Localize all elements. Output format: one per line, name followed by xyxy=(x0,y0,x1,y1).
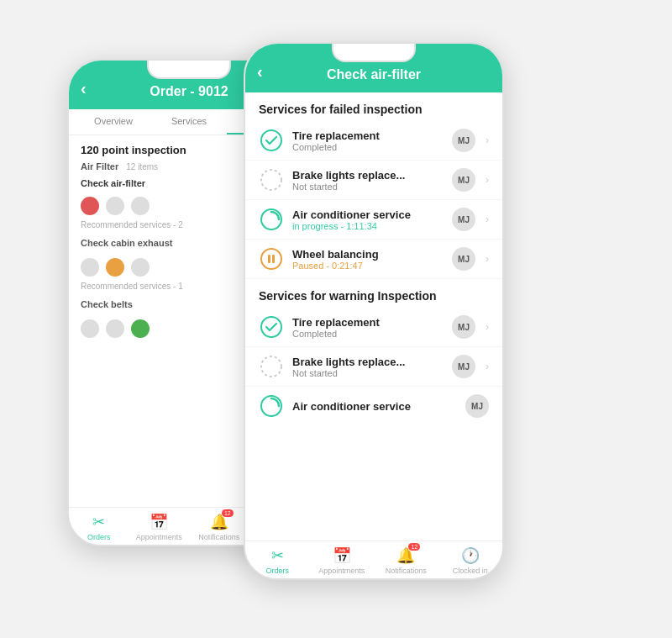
service-info-6: Brake lights replace... Not started xyxy=(292,356,444,378)
service-name-2: Brake lights replace... xyxy=(292,169,444,182)
dot-gray-2 xyxy=(131,197,150,215)
service-ac-failed[interactable]: Air conditioner service in progress - 1:… xyxy=(245,200,502,240)
notification-badge-front: 12 xyxy=(408,543,420,551)
tab-orders-label-front: Orders xyxy=(265,567,289,575)
dot-gray-4 xyxy=(131,258,150,277)
service-info-4: Wheel balancing Paused - 0:21:47 xyxy=(292,248,444,271)
service-wheel-failed[interactable]: Wheel balancing Paused - 0:21:47 MJ › xyxy=(245,240,502,279)
tab-appointments-front[interactable]: 📅 Appointments xyxy=(310,546,375,575)
service-tire-warning[interactable]: Tire replacement Completed MJ › xyxy=(245,308,502,347)
service-info-7: Air conditioner service xyxy=(292,400,457,413)
tab-orders-front[interactable]: ✂ Orders xyxy=(245,546,310,575)
tab-overview[interactable]: Overview xyxy=(76,109,151,134)
avatar-2: MJ xyxy=(452,168,475,192)
tab-clockedin-label-front: Clocked in xyxy=(453,567,488,575)
front-phone-tab-bar: ✂ Orders 📅 Appointments 🔔 12 Notificatio… xyxy=(245,540,502,578)
not-started-icon-1 xyxy=(259,167,284,192)
warning-section-title: Services for warning Inspection xyxy=(245,279,502,308)
avatar-7: MJ xyxy=(465,394,489,418)
dot-gray-5 xyxy=(81,319,99,338)
tab-notifications-back[interactable]: 🔔 12 Notifications xyxy=(189,513,249,541)
svg-point-7 xyxy=(261,356,281,377)
chevron-6: › xyxy=(486,361,489,372)
completed-icon-2 xyxy=(259,314,284,340)
service-info-2: Brake lights replace... Not started xyxy=(292,169,444,192)
in-progress-icon-1 xyxy=(259,207,284,232)
not-started-icon-2 xyxy=(259,354,284,379)
appointments-icon: 📅 xyxy=(150,513,168,531)
paused-icon-1 xyxy=(259,246,284,272)
orders-icon: ✂ xyxy=(92,513,105,531)
avatar-6: MJ xyxy=(452,355,475,378)
service-tire-failed[interactable]: Tire replacement Completed MJ › xyxy=(245,121,502,161)
svg-point-6 xyxy=(261,317,281,337)
chevron-4: › xyxy=(486,253,489,265)
front-phone-title: Check air-filter xyxy=(327,67,421,82)
svg-rect-5 xyxy=(272,255,275,263)
tab-services[interactable]: Services xyxy=(151,109,227,134)
service-info-3: Air conditioner service in progress - 1:… xyxy=(292,208,444,231)
service-info-5: Tire replacement Completed xyxy=(292,316,444,339)
svg-point-0 xyxy=(261,130,281,150)
dot-green xyxy=(131,319,150,338)
service-status-5: Completed xyxy=(292,329,444,339)
chevron-1: › xyxy=(486,134,489,146)
service-status-1: Completed xyxy=(292,142,444,152)
notifications-icon-front: 🔔 12 xyxy=(396,546,415,565)
back-phone-title: Order - 9012 xyxy=(150,84,228,98)
service-status-6: Not started xyxy=(292,368,444,378)
dot-red xyxy=(81,197,99,215)
back-arrow-icon[interactable]: ‹ xyxy=(81,79,87,98)
svg-point-3 xyxy=(261,249,281,269)
service-name-3: Air conditioner service xyxy=(292,208,444,221)
avatar-3: MJ xyxy=(452,208,475,231)
chevron-3: › xyxy=(486,214,489,225)
tab-appointments-label-front: Appointments xyxy=(318,567,365,575)
tab-appointments-label: Appointments xyxy=(136,533,182,541)
service-name-6: Brake lights replace... xyxy=(292,356,444,368)
svg-rect-4 xyxy=(268,255,270,263)
dot-gray-3 xyxy=(81,258,99,277)
service-status-3: in progress - 1:11:34 xyxy=(292,221,444,231)
tab-notifications-label-front: Notifications xyxy=(386,567,427,575)
service-info-1: Tire replacement Completed xyxy=(292,129,444,152)
dot-gray-6 xyxy=(106,319,124,338)
tab-clockedin-front[interactable]: 🕐 Clocked in xyxy=(438,546,503,575)
dot-orange xyxy=(106,258,124,277)
service-brake-failed[interactable]: Brake lights replace... Not started MJ › xyxy=(245,161,502,200)
completed-icon-1 xyxy=(259,128,284,153)
tab-orders-label: Orders xyxy=(87,533,111,541)
front-back-arrow-icon[interactable]: ‹ xyxy=(257,62,263,82)
service-name-5: Tire replacement xyxy=(292,316,444,329)
clockedin-icon-front: 🕐 xyxy=(461,546,480,565)
tab-notifications-label: Notifications xyxy=(198,533,239,541)
service-brake-warning[interactable]: Brake lights replace... Not started MJ › xyxy=(245,347,502,387)
notifications-icon: 🔔 12 xyxy=(210,513,228,531)
failed-section-title: Services for failed inspection xyxy=(245,92,502,121)
service-status-4: Paused - 0:21:47 xyxy=(292,261,444,271)
chevron-5: › xyxy=(486,321,489,333)
avatar-4: MJ xyxy=(452,247,475,271)
tab-appointments-back[interactable]: 📅 Appointments xyxy=(129,513,190,541)
service-name-1: Tire replacement xyxy=(292,129,444,142)
front-phone-notch xyxy=(332,44,416,62)
notification-badge-back: 12 xyxy=(222,509,234,517)
orders-icon-front: ✂ xyxy=(271,546,284,565)
tab-notifications-front[interactable]: 🔔 12 Notifications xyxy=(374,546,438,575)
front-phone: ‹ Check air-filter Services for failed i… xyxy=(244,42,504,580)
chevron-2: › xyxy=(486,174,489,186)
in-progress-icon-2 xyxy=(259,393,284,419)
service-name-4: Wheel balancing xyxy=(292,248,444,261)
tab-orders-back[interactable]: ✂ Orders xyxy=(69,513,129,541)
avatar-1: MJ xyxy=(452,129,475,152)
service-name-7: Air conditioner service xyxy=(292,400,457,413)
dot-gray-1 xyxy=(106,197,124,215)
service-ac-warning[interactable]: Air conditioner service MJ xyxy=(245,387,502,425)
svg-point-1 xyxy=(261,170,281,190)
avatar-5: MJ xyxy=(452,315,475,339)
service-status-2: Not started xyxy=(292,182,444,192)
scene: ‹ Order - 9012 Overview Services Inspect… xyxy=(0,0,672,638)
appointments-icon-front: 📅 xyxy=(333,546,351,565)
back-phone-notch xyxy=(147,61,231,79)
